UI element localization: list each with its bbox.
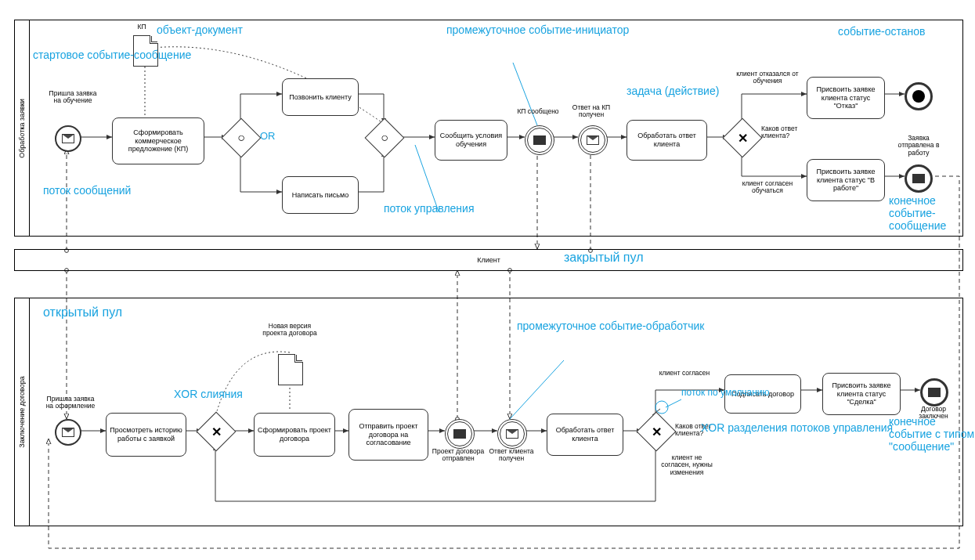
task-process-answer-1: Обработать ответ клиента: [627, 120, 707, 161]
anno-xor-merge: XOR слияния: [174, 388, 243, 400]
intermediate-catch-client-answer: [497, 419, 527, 449]
start-event-label-1: Пришла заявка на обучение: [45, 90, 100, 105]
evt-label-kp-sent: КП сообщено: [513, 108, 563, 115]
task-status-refuse: Присвоить заявке клиента статус "Отказ": [807, 77, 885, 119]
intermediate-throw-contract: [445, 419, 475, 449]
end-label-sent: Заявка отправлена в работу: [893, 135, 944, 157]
start-event-label-2: Пришла заявка на оформление: [43, 396, 98, 410]
anno-end-stop: событие-останов: [838, 25, 926, 38]
cond-agree-2: клиент согласен: [656, 370, 713, 377]
anno-closed-pool: закрытый пул: [564, 251, 644, 265]
gw-q-1: Каков ответ клиента?: [761, 125, 805, 140]
task-form-contract: Сформировать проект договора: [254, 413, 335, 457]
evt-label-contract-sent: Проект договора отправлен: [431, 448, 486, 463]
task-write-letter: Написать письмо: [282, 176, 359, 214]
task-send-contract: Отправить проект договора на согласовани…: [348, 409, 428, 461]
anno-start-msg: стартовое событие-сообщение: [33, 49, 191, 61]
intermediate-throw-kp: [525, 125, 554, 155]
pool-client-closed: Клиент: [14, 249, 963, 271]
client-pool-label: Клиент: [477, 256, 500, 264]
or-label: OR: [260, 131, 276, 143]
task-call-client: Позвонить клиенту: [282, 78, 359, 116]
doc-label-contract: Новая версия проекта договора: [262, 323, 317, 338]
pool-contract: Заключение договора: [14, 298, 963, 526]
anno-end-msg: конечное событие-сообщение: [889, 194, 975, 232]
cond-refuse: клиент отказался от обучения: [736, 70, 799, 85]
anno-inter-init: промежуточное событие-инициатор: [446, 23, 629, 36]
task-view-history: Просмотреть историю работы с заявкой: [106, 413, 186, 457]
task-process-answer-2: Обработать ответ клиента: [547, 414, 623, 456]
task-form-kp: Сформировать коммерческое предложение (К…: [112, 117, 204, 164]
evt-label-answer: Ответ на КП получен: [567, 104, 616, 119]
lane-2-text: Заключение договора: [18, 376, 26, 448]
end-event-terminate: [905, 82, 933, 110]
anno-default-flow: поток по умолчанию: [681, 388, 770, 399]
anno-object-document: объект-документ: [157, 23, 243, 36]
lane-label-1: Обработка заявки: [15, 20, 30, 236]
task-status-inwork: Присвоить заявке клиента статус "В работ…: [807, 159, 885, 201]
anno-msg-flow: поток сообщений: [43, 184, 131, 197]
anno-inter-handler: промежуточное событие-обработчик: [517, 320, 704, 332]
intermediate-catch-answer: [578, 125, 608, 155]
end-event-message-2: [920, 378, 948, 406]
evt-label-client-answer: Ответ клиента получен: [486, 448, 537, 463]
anno-task-action: задача (действие): [627, 85, 719, 97]
cond-disagree-2: клиент не согласен, нужны изменения: [656, 454, 717, 476]
anno-xor-split: XOR разделения потоков управления: [701, 421, 893, 434]
task-inform-conditions: Сообщить условия обучения: [435, 120, 507, 161]
anno-end-msg-type: конечное событие с типом "сообщение": [889, 415, 975, 453]
task-status-deal: Присвоить заявке клиента статус "Сделка": [822, 373, 901, 415]
anno-ctrl-flow: поток управления: [384, 202, 474, 215]
lane-label-2: Заключение договора: [15, 298, 30, 526]
end-event-message-1: [905, 164, 933, 193]
start-event-message-2: [55, 419, 81, 446]
doc-label-kp: КП: [130, 23, 153, 31]
anno-open-pool: открытый пул: [43, 305, 122, 320]
lane-1-text: Обработка заявки: [18, 99, 26, 158]
data-object-contract: [278, 354, 303, 385]
start-event-message-1: [55, 125, 81, 152]
cond-agree: клиент согласен обучаться: [736, 180, 799, 195]
